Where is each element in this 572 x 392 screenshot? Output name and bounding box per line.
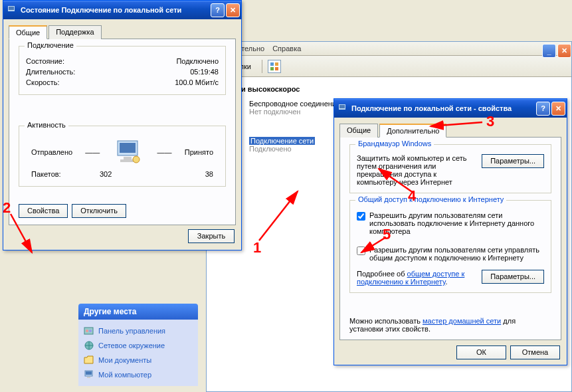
svg-rect-0 <box>270 62 274 66</box>
close-button[interactable]: Закрыть <box>188 229 235 243</box>
ics-group: Общий доступ к подключению к Интернету Р… <box>349 200 551 293</box>
connection-icon <box>338 103 349 114</box>
ics-allow-label: Разрешить другим пользователям сети испо… <box>369 211 544 235</box>
item-label: Сетевое окружение <box>98 342 165 349</box>
svg-point-25 <box>86 330 88 332</box>
annotation-3: 3 <box>486 113 494 130</box>
annotation-5: 5 <box>383 226 391 243</box>
tab-advanced[interactable]: Дополнительно <box>379 124 446 138</box>
svg-rect-29 <box>86 371 92 375</box>
computer-icon <box>84 369 94 380</box>
duration-value: 05:19:48 <box>190 68 219 76</box>
svg-point-21 <box>133 156 140 163</box>
group-title: Подключение <box>25 41 76 49</box>
disable-button[interactable]: Отключить <box>72 204 126 218</box>
connection-status: Подключено <box>249 145 315 153</box>
ics-control-checkbox[interactable] <box>357 246 365 255</box>
connection-icon <box>7 5 18 15</box>
svg-rect-3 <box>275 67 278 70</box>
sidebar-item-documents[interactable]: Мои документы <box>81 353 195 367</box>
status-dialog: Состояние Подключение по локальной сети … <box>3 0 242 250</box>
item-label: Панель управления <box>98 327 165 335</box>
packets-sent: 302 <box>100 170 112 178</box>
sidebar-item-control-panel[interactable]: Панель управления <box>81 324 195 338</box>
svg-rect-2 <box>270 67 274 70</box>
svg-rect-16 <box>9 7 14 10</box>
annotation-4: 4 <box>408 187 416 205</box>
annotation-2: 2 <box>3 199 11 217</box>
network-icon <box>84 340 94 351</box>
view-dropdown[interactable] <box>268 60 281 73</box>
annotation-1: 1 <box>253 239 261 256</box>
close-button[interactable]: ✕ <box>226 3 240 17</box>
sent-label: Отправлено <box>31 148 72 156</box>
state-label: Состояние: <box>26 57 64 65</box>
svg-rect-19 <box>124 157 132 159</box>
tab-general[interactable]: Общие <box>339 124 378 138</box>
minimize-button[interactable]: _ <box>542 44 556 58</box>
window-title: Состояние Подключение по локальной сети <box>21 6 211 14</box>
state-value: Подключено <box>176 57 219 65</box>
svg-rect-30 <box>87 377 90 378</box>
group-title: Активность <box>25 121 68 129</box>
svg-point-26 <box>89 330 92 332</box>
connection-group: Подключение Состояние:Подключено Длитель… <box>19 46 226 95</box>
control-panel-icon <box>84 326 94 336</box>
svg-rect-23 <box>339 105 345 108</box>
tabs: Общие Дополнительно <box>339 123 561 138</box>
footer-text: Можно использовать мастер домашней сети … <box>349 317 551 333</box>
help-button[interactable]: ? <box>211 3 225 17</box>
connection-name: Подключение сети <box>249 137 315 145</box>
home-network-wizard-link[interactable]: мастер домашней сети <box>423 317 501 325</box>
svg-rect-24 <box>84 328 93 334</box>
speed-label: Скорость: <box>26 78 60 86</box>
svg-rect-18 <box>120 143 136 153</box>
explorer-toolbar: Папки <box>207 56 571 77</box>
ok-button[interactable]: ОК <box>456 345 506 359</box>
duration-label: Длительность: <box>26 68 75 76</box>
ics-more-pre: Подробнее об <box>357 270 407 278</box>
ics-allow-checkbox[interactable] <box>357 212 365 221</box>
connection-status: Нет подключен <box>249 108 340 116</box>
close-button[interactable]: ✕ <box>557 44 571 58</box>
packets-label: Пакетов: <box>31 170 61 178</box>
tab-support[interactable]: Поддержка <box>48 25 101 39</box>
cancel-button[interactable]: Отмена <box>510 345 560 359</box>
speed-value: 100.0 Мбит/с <box>175 78 219 86</box>
titlebar[interactable]: Подключение по локальной сети - свойства… <box>334 99 567 118</box>
packets-received: 38 <box>205 170 213 178</box>
group-title: Брандмауэр Windows <box>355 140 434 147</box>
item-label: Мой компьютер <box>98 371 151 379</box>
connection-name: Беспроводное соединение <box>249 100 340 108</box>
ics-control-label: Разрешить другим пользователям сети упра… <box>369 246 544 262</box>
menu-help[interactable]: Справка <box>272 45 301 52</box>
window-title: Подключение по локальной сети - свойства <box>351 104 536 112</box>
titlebar[interactable]: Состояние Подключение по локальной сети … <box>3 1 241 19</box>
tabs: Общие Поддержка <box>9 25 236 39</box>
computer-icon <box>112 140 144 165</box>
received-label: Принято <box>185 148 213 156</box>
other-places-panel: Другие места Панель управления Сетевое о… <box>78 304 198 386</box>
properties-button[interactable]: Свойства <box>19 204 68 218</box>
sidebar-item-computer[interactable]: Мой компьютер <box>81 367 195 382</box>
item-label: Мои документы <box>98 356 151 364</box>
properties-dialog: Подключение по локальной сети - свойства… <box>334 98 567 365</box>
tab-general[interactable]: Общие <box>9 25 47 39</box>
svg-rect-1 <box>275 62 278 66</box>
panel-title: Другие места <box>78 304 198 320</box>
help-button[interactable]: ? <box>536 102 550 116</box>
firewall-text: Защитить мой компьютер и сеть путем огра… <box>357 154 476 186</box>
ics-params-button[interactable]: Параметры... <box>482 270 544 284</box>
documents-icon <box>84 355 94 365</box>
firewall-group: Брандмауэр Windows Защитить мой компьюте… <box>349 144 551 193</box>
sidebar-item-network[interactable]: Сетевое окружение <box>81 338 195 353</box>
activity-group: Активность Отправлено —— —— Принято Паке… <box>19 126 226 187</box>
group-title: Общий доступ к подключению к Интернету <box>355 195 506 203</box>
firewall-params-button[interactable]: Параметры... <box>482 154 544 168</box>
section-heading: ЛВС или высокоскорос <box>215 85 563 93</box>
explorer-menu: Дополнительно Справка <box>207 42 571 56</box>
close-button[interactable]: ✕ <box>551 102 565 116</box>
